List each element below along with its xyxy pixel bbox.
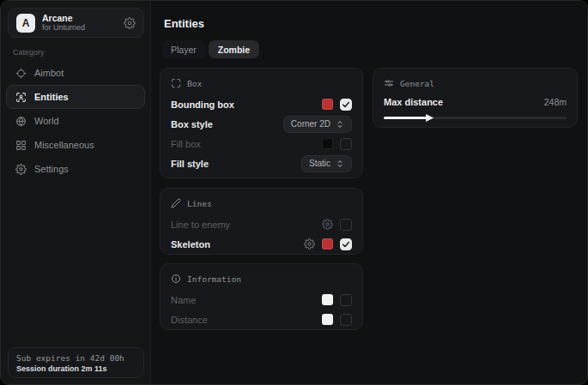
box-style-select[interactable]: Corner 2D [283,116,352,133]
setting-label: Fill style [171,159,209,169]
sidebar-item-settings[interactable]: Settings [6,157,145,181]
select-value: Static [309,159,330,168]
chevron-up-down-icon [336,159,344,168]
box-card-title: Box [187,79,202,88]
page-title: Entities [164,17,204,30]
distance-color-swatch[interactable] [322,314,333,325]
setting-label: Name [171,295,196,305]
brand-settings-button[interactable] [124,17,136,29]
brand-card: A Arcane for Unturned [8,8,144,38]
row-controls: Static [301,155,352,172]
general-card-header: General [384,77,567,89]
gear-icon [15,164,27,175]
lines-card-title: Lines [187,199,212,208]
bounding-box-checkbox[interactable] [340,99,352,111]
row-controls [322,138,352,150]
setting-row-name: Name [171,290,352,310]
sidebar: A Arcane for Unturned Category Aimbot [1,1,151,384]
setting-row-fill-style: Fill style Static [171,153,352,173]
tab-zombie[interactable]: Zombie [209,40,259,58]
gear-icon [124,17,136,29]
skeleton-checkbox[interactable] [340,238,352,250]
category-label: Category [13,48,45,57]
info-circle-icon [171,274,181,284]
entity-tabs: Player Zombie [161,40,259,58]
setting-row-max-distance: Max distance 248m [384,94,567,110]
name-color-swatch[interactable] [322,294,333,305]
setting-row-bounding-box: Bounding box [171,94,352,114]
information-card-title: Information [187,274,241,284]
box-card: Box Bounding box Box style Corner 2D [160,68,363,178]
sidebar-item-label: World [34,116,59,126]
lines-card-header: Lines [171,197,352,209]
setting-label: Box style [171,119,213,129]
brand-subtitle: for Unturned [42,23,117,33]
fill-box-color-swatch[interactable] [322,138,333,149]
information-card-header: Information [171,273,352,285]
sidebar-item-label: Entities [34,92,69,102]
sidebar-item-label: Settings [34,164,69,174]
lines-card: Lines Line to enemy Skeleton [160,188,363,255]
setting-label: Distance [171,315,208,325]
row-controls [304,238,352,250]
distance-checkbox[interactable] [340,314,352,326]
setting-row-skeleton: Skeleton [171,234,352,254]
scan-person-icon [15,92,27,103]
subscription-card: Sub expires in 42d 00h Session duration … [8,347,144,378]
setting-label: Max distance [384,97,443,107]
gear-icon [304,238,315,250]
row-controls [322,219,352,231]
select-value: Corner 2D [291,119,330,129]
line-to-enemy-checkbox[interactable] [340,219,352,231]
globe-icon [15,116,27,127]
brand-logo: A [16,14,35,33]
gear-icon [322,219,333,230]
fill-box-checkbox[interactable] [340,138,352,150]
sidebar-item-world[interactable]: World [6,109,145,133]
row-controls [322,99,352,111]
sidebar-item-label: Miscellaneous [34,140,94,150]
sidebar-nav: Aimbot Entities World Miscellaneous [6,61,145,181]
box-card-header: Box [171,77,352,89]
chevron-up-down-icon [336,120,344,129]
row-controls [322,314,352,326]
setting-row-distance: Distance [171,310,352,329]
setting-row-line-to-enemy: Line to enemy [171,214,352,234]
skeleton-settings-button[interactable] [304,238,315,250]
slider-fill [384,117,427,119]
slider-thumb[interactable] [426,114,433,122]
information-card: Information Name Distance [160,263,363,330]
brand-text: Arcane for Unturned [42,13,117,33]
sidebar-item-entities[interactable]: Entities [6,85,145,109]
setting-label: Line to enemy [171,220,230,230]
arcane-window: A Arcane for Unturned Category Aimbot [0,0,588,385]
box-corners-icon [171,78,181,88]
max-distance-slider[interactable] [384,112,567,123]
setting-row-fill-box: Fill box [171,134,352,153]
brand-initial: A [22,17,30,29]
tab-player[interactable]: Player [161,40,206,58]
bounding-box-color-swatch[interactable] [322,99,333,110]
fill-style-select[interactable]: Static [301,155,352,172]
sliders-icon [384,78,394,88]
sidebar-item-label: Aimbot [34,68,64,78]
skeleton-color-swatch[interactable] [322,238,333,250]
general-card-title: General [400,79,434,88]
sidebar-item-miscellaneous[interactable]: Miscellaneous [6,133,145,157]
line-to-enemy-settings-button[interactable] [322,219,333,230]
sidebar-item-aimbot[interactable]: Aimbot [6,61,145,85]
setting-label: Bounding box [171,99,234,110]
general-card: General Max distance 248m [373,68,578,128]
setting-label: Skeleton [171,239,210,250]
grid-icon [15,140,27,151]
pencil-line-icon [171,198,181,208]
session-duration-text: Session duration 2m 11s [16,364,136,373]
main-panel: Entities Player Zombie Box Bounding box [151,1,587,384]
row-controls [322,294,352,306]
setting-row-box-style: Box style Corner 2D [171,114,352,134]
max-distance-value: 248m [544,97,567,107]
name-checkbox[interactable] [340,294,352,306]
brand-name: Arcane [42,13,117,24]
setting-label: Fill box [171,139,201,149]
row-controls: Corner 2D [283,116,352,133]
